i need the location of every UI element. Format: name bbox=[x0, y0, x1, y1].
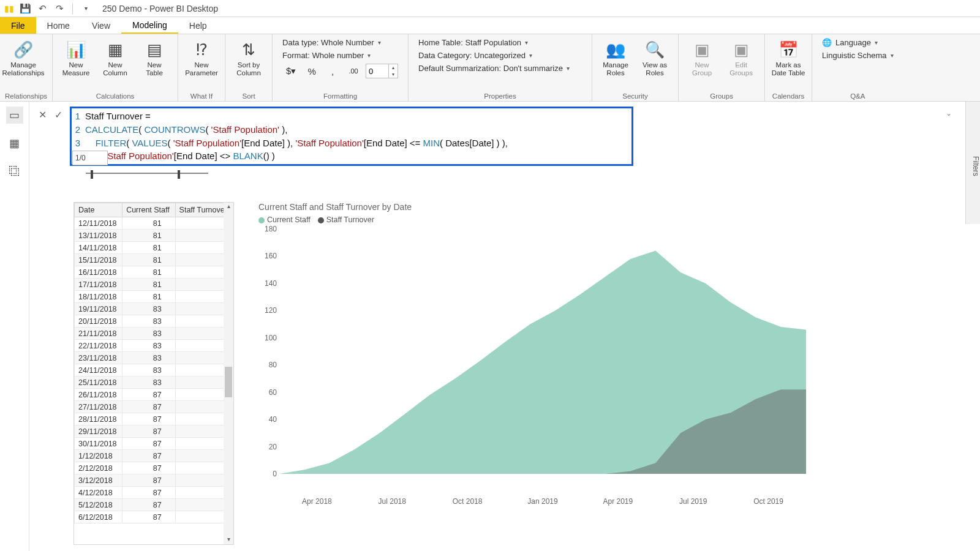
table-scrollbar[interactable]: ▴ ▾ bbox=[224, 203, 233, 544]
summarization-dropdown[interactable]: Default Summarization: Don't summarize bbox=[413, 62, 587, 74]
table-row[interactable]: 2/12/201887 bbox=[75, 462, 233, 474]
parameter-icon: ⁉ bbox=[191, 39, 212, 60]
legend-dot-turnover bbox=[318, 217, 324, 223]
table-row[interactable]: 13/11/201881 bbox=[75, 230, 233, 242]
formula-editor[interactable]: 1Staff Turnover =2CALCULATE( COUNTROWS( … bbox=[70, 107, 633, 166]
table-row[interactable]: 21/11/201883 bbox=[75, 328, 233, 340]
title-bar: ▮▮ 💾 ↶ ↷ ▾ 250 Demo - Power BI Desktop bbox=[0, 0, 980, 17]
slicer-handle-left[interactable] bbox=[91, 170, 93, 179]
formula-bar: ✕ ✓ 1Staff Turnover =2CALCULATE( COUNTRO… bbox=[34, 107, 958, 166]
language-dropdown[interactable]: 🌐 Language bbox=[817, 37, 899, 48]
thousands-button[interactable]: , bbox=[324, 64, 341, 78]
sort-by-column-button[interactable]: ⇅ Sort by Column bbox=[230, 37, 267, 91]
table-row[interactable]: 3/12/201887 bbox=[75, 474, 233, 487]
chart-title: Current Staff and Staff Turnover by Date bbox=[258, 202, 956, 212]
filters-pane[interactable]: Filters bbox=[965, 102, 980, 224]
group-icon: ▣ bbox=[692, 39, 712, 60]
data-view-icon[interactable]: ▦ bbox=[6, 135, 23, 152]
new-column-button[interactable]: ▦ New Column bbox=[97, 37, 134, 91]
formula-commit-icon[interactable]: ✓ bbox=[50, 107, 66, 122]
tab-help[interactable]: Help bbox=[178, 17, 218, 34]
view-as-roles-button[interactable]: 🔍 View as Roles bbox=[636, 37, 673, 91]
new-table-button[interactable]: ▤ New Table bbox=[136, 37, 173, 91]
left-nav-rail: ▭ ▦ ⿻ bbox=[0, 102, 29, 551]
table-header[interactable]: Date bbox=[75, 203, 123, 217]
view-roles-icon: 🔍 bbox=[644, 39, 665, 60]
table-row[interactable]: 15/11/201881 bbox=[75, 254, 233, 266]
mark-date-table-button[interactable]: 📅 Mark as Date Table bbox=[770, 37, 807, 91]
table-row[interactable]: 25/11/201883 bbox=[75, 377, 233, 389]
decimals-spinner[interactable]: ▴▾ bbox=[366, 64, 398, 78]
scroll-down-icon[interactable]: ▾ bbox=[225, 536, 232, 544]
manage-relationships-button[interactable]: 🔗 Manage Relationships bbox=[5, 37, 42, 91]
tab-view[interactable]: View bbox=[81, 17, 121, 34]
scroll-thumb[interactable] bbox=[225, 367, 232, 397]
format-dropdown[interactable]: Format: Whole number bbox=[277, 50, 403, 61]
chart-plot-area: 020406080100120140160180Apr 2018Jul 2018… bbox=[279, 229, 949, 492]
table-row[interactable]: 24/11/201883 bbox=[75, 364, 233, 377]
new-parameter-button[interactable]: ⁉ New Parameter bbox=[183, 37, 220, 91]
table-row[interactable]: 14/11/201881 bbox=[75, 242, 233, 254]
decimals-input[interactable] bbox=[366, 67, 388, 76]
table-row[interactable]: 22/11/201883 bbox=[75, 340, 233, 352]
redo-icon[interactable]: ↷ bbox=[53, 2, 66, 15]
sort-icon: ⇅ bbox=[238, 39, 259, 60]
model-view-icon[interactable]: ⿻ bbox=[6, 163, 23, 180]
edit-groups-button[interactable]: ▣ Edit Groups bbox=[723, 37, 760, 91]
table-row[interactable]: 17/11/201881 bbox=[75, 279, 233, 291]
ribbon: 🔗 Manage Relationships Relationships 📊 N… bbox=[0, 34, 980, 102]
undo-icon[interactable]: ↶ bbox=[36, 2, 49, 15]
data-type-dropdown[interactable]: Data type: Whole Number bbox=[277, 37, 403, 48]
save-icon[interactable]: 💾 bbox=[18, 2, 32, 15]
legend-dot-current bbox=[258, 217, 265, 223]
calendar-icon: 📅 bbox=[778, 39, 799, 60]
table-row[interactable]: 20/11/201883 bbox=[75, 315, 233, 328]
tab-home[interactable]: Home bbox=[36, 17, 81, 34]
spin-up-icon[interactable]: ▴ bbox=[389, 64, 398, 71]
table-row[interactable]: 19/11/201883 bbox=[75, 303, 233, 315]
table-row[interactable]: 18/11/201881 bbox=[75, 291, 233, 303]
ribbon-tabs: File Home View Modeling Help bbox=[0, 17, 980, 34]
slicer-handle-right[interactable] bbox=[178, 170, 180, 179]
table-row[interactable]: 5/12/201887 bbox=[75, 499, 233, 511]
relationships-icon: 🔗 bbox=[13, 39, 34, 60]
decimal-icon: .00 bbox=[345, 64, 362, 78]
app-icon: ▮▮ bbox=[4, 3, 15, 14]
linguistic-schema-dropdown[interactable]: Linguistic Schema bbox=[817, 50, 899, 61]
manage-roles-button[interactable]: 👥 Manage Roles bbox=[597, 37, 634, 91]
new-measure-button[interactable]: 📊 New Measure bbox=[58, 37, 94, 91]
percent-button[interactable]: % bbox=[303, 64, 320, 78]
slicer-value[interactable]: 1/0 bbox=[72, 151, 108, 165]
table-row[interactable]: 23/11/201883 bbox=[75, 352, 233, 364]
tab-file[interactable]: File bbox=[0, 17, 36, 34]
formula-cancel-icon[interactable]: ✕ bbox=[34, 107, 50, 122]
home-table-dropdown[interactable]: Home Table: Staff Population bbox=[413, 37, 587, 48]
column-icon: ▦ bbox=[105, 39, 126, 60]
data-table-visual[interactable]: DateCurrent StaffStaff Turnover12/11/201… bbox=[74, 202, 234, 545]
tab-modeling[interactable]: Modeling bbox=[121, 17, 178, 34]
currency-button[interactable]: $▾ bbox=[282, 64, 300, 78]
table-icon: ▤ bbox=[144, 39, 165, 60]
table-row[interactable]: 4/12/201887 bbox=[75, 487, 233, 499]
slicer-rail[interactable] bbox=[86, 173, 208, 176]
edit-group-icon: ▣ bbox=[731, 39, 752, 60]
table-row[interactable]: 27/11/201887 bbox=[75, 401, 233, 413]
table-row[interactable]: 1/12/201887 bbox=[75, 450, 233, 462]
spin-down-icon[interactable]: ▾ bbox=[389, 71, 398, 78]
table-row[interactable]: 6/12/201887 bbox=[75, 511, 233, 523]
table-row[interactable]: 30/11/201887 bbox=[75, 438, 233, 450]
table-header[interactable]: Current Staff bbox=[123, 203, 175, 217]
data-category-dropdown[interactable]: Data Category: Uncategorized bbox=[413, 50, 587, 61]
table-row[interactable]: 29/11/201887 bbox=[75, 425, 233, 438]
report-view-icon[interactable]: ▭ bbox=[6, 107, 23, 124]
table-row[interactable]: 28/11/201887 bbox=[75, 413, 233, 425]
table-row[interactable]: 26/11/201887 bbox=[75, 389, 233, 401]
area-chart-visual[interactable]: Current Staff and Staff Turnover by Date… bbox=[258, 202, 956, 545]
window-title: 250 Demo - Power BI Desktop bbox=[102, 4, 218, 13]
new-group-button[interactable]: ▣ New Group bbox=[684, 37, 720, 91]
formula-expand-icon[interactable]: ⌄ bbox=[946, 109, 952, 118]
table-row[interactable]: 12/11/201881 bbox=[75, 217, 233, 230]
scroll-up-icon[interactable]: ▴ bbox=[225, 203, 232, 211]
table-row[interactable]: 16/11/201881 bbox=[75, 266, 233, 279]
qat-dropdown-icon[interactable]: ▾ bbox=[79, 2, 92, 15]
